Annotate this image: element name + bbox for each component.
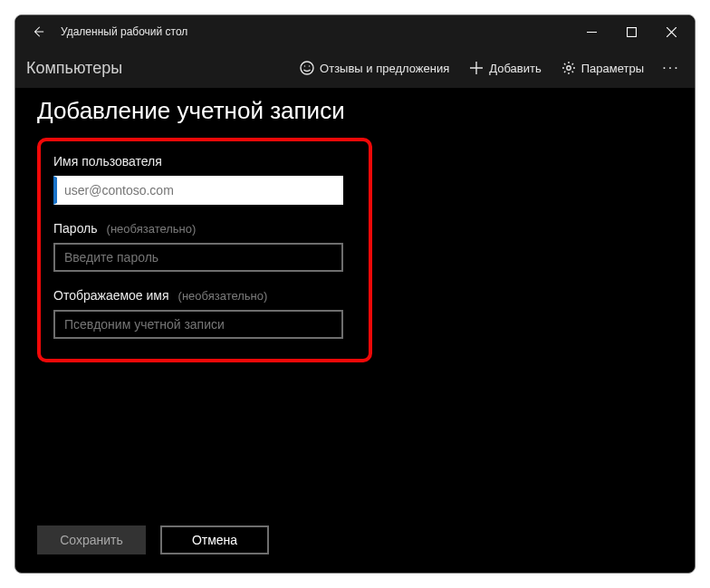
maximize-icon [627, 27, 637, 37]
minimize-button[interactable] [571, 18, 611, 45]
displayname-field: Отображаемое имя (необязательно) [53, 288, 356, 339]
titlebar-left: Удаленный рабочий стол [21, 18, 187, 45]
command-bar: Компьютеры Отзывы и предложения Добавить… [15, 48, 695, 88]
password-field: Пароль (необязательно) [53, 221, 356, 272]
username-label-row: Имя пользователя [53, 154, 356, 169]
svg-point-2 [304, 65, 305, 66]
smiley-icon [300, 61, 314, 75]
displayname-label-row: Отображаемое имя (необязательно) [53, 288, 356, 303]
nav-heading: Компьютеры [26, 59, 122, 78]
add-button[interactable]: Добавить [460, 55, 550, 81]
maximize-button[interactable] [611, 18, 651, 45]
password-label: Пароль [53, 221, 98, 236]
app-title: Удаленный рабочий стол [61, 25, 187, 38]
save-label: Сохранить [60, 533, 123, 547]
password-optional: (необязательно) [107, 222, 197, 236]
save-button[interactable]: Сохранить [37, 525, 146, 554]
svg-point-4 [566, 66, 570, 70]
more-button[interactable]: ··· [655, 53, 687, 82]
username-field: Имя пользователя [53, 154, 356, 205]
settings-label: Параметры [581, 62, 644, 75]
displayname-input[interactable] [53, 310, 343, 339]
back-button[interactable] [21, 18, 55, 45]
content-area: Добавление учетной записи Имя пользовате… [15, 88, 695, 573]
password-input[interactable] [53, 243, 343, 272]
minimize-icon [587, 27, 597, 37]
page-title: Добавление учетной записи [37, 97, 673, 125]
settings-button[interactable]: Параметры [552, 55, 653, 81]
cancel-label: Отмена [192, 533, 237, 547]
username-input[interactable] [53, 176, 343, 205]
titlebar: Удаленный рабочий стол [15, 15, 695, 48]
feedback-label: Отзывы и предложения [320, 62, 449, 75]
command-bar-right: Отзывы и предложения Добавить Параметры … [291, 53, 687, 82]
close-icon [667, 27, 676, 37]
close-button[interactable] [651, 18, 691, 45]
window-controls [571, 18, 691, 45]
add-label: Добавить [489, 62, 541, 75]
highlight-box: Имя пользователя Пароль (необязательно) … [37, 138, 372, 362]
gear-icon [561, 61, 576, 75]
displayname-optional: (необязательно) [178, 289, 268, 303]
app-window: Удаленный рабочий стол Компьютеры Отзывы… [14, 14, 696, 574]
svg-point-3 [309, 65, 310, 66]
svg-rect-0 [627, 27, 636, 36]
footer-buttons: Сохранить Отмена [37, 525, 269, 554]
password-label-row: Пароль (необязательно) [53, 221, 356, 236]
displayname-label: Отображаемое имя [53, 288, 169, 303]
cancel-button[interactable]: Отмена [160, 525, 269, 554]
svg-point-1 [301, 62, 313, 74]
arrow-left-icon [32, 25, 44, 38]
username-label: Имя пользователя [53, 154, 162, 169]
ellipsis-icon: ··· [662, 60, 679, 76]
plus-icon [469, 61, 484, 75]
feedback-button[interactable]: Отзывы и предложения [291, 55, 458, 81]
